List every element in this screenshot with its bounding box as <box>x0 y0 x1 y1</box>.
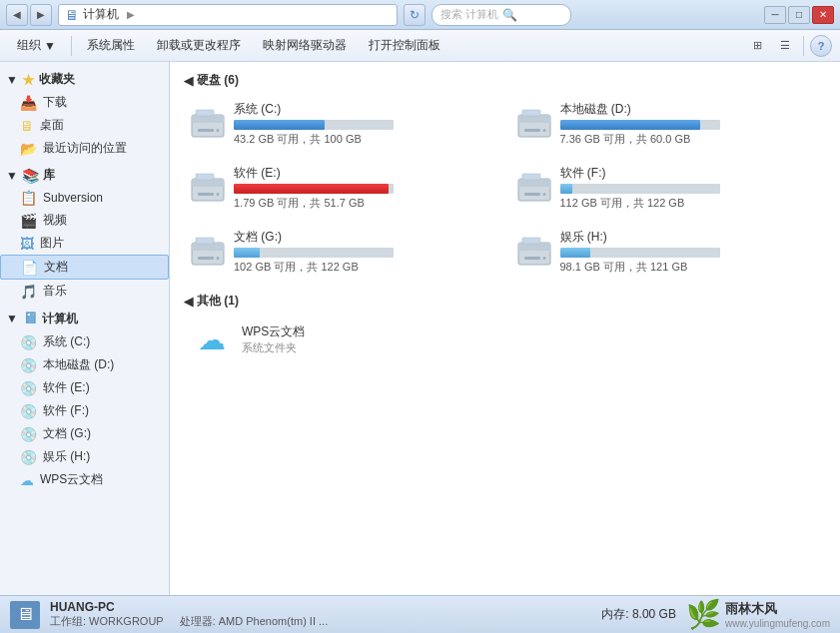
refresh-button[interactable]: ↻ <box>404 4 425 26</box>
wps-cloud-item[interactable]: ☁ WPS云文档 系统文件夹 <box>184 317 826 361</box>
brand-info: 雨林木风 www.yulingmufeng.com <box>725 600 830 629</box>
drive-item-0[interactable]: 系统 (C:) 43.2 GB 可用，共 100 GB <box>184 97 500 151</box>
wps-info: WPS云文档 系统文件夹 <box>242 323 305 355</box>
drive-name-3: 软件 (F:) <box>560 165 821 182</box>
open-control-button[interactable]: 打开控制面板 <box>360 34 449 58</box>
wps-name: WPS云文档 <box>242 323 305 340</box>
drive-e-label: 软件 (E:) <box>43 379 90 396</box>
drive-icon-wrap-4 <box>190 234 226 270</box>
drive-svg-2 <box>190 173 226 203</box>
toolbar-separator-1 <box>71 36 72 56</box>
drive-icon-wrap-5 <box>516 234 552 270</box>
drive-f-icon: 💿 <box>20 403 37 419</box>
sidebar-item-subversion[interactable]: 📋 Subversion <box>0 187 169 209</box>
drive-bar-fill-2 <box>234 184 389 194</box>
search-icon[interactable]: 🔍 <box>502 8 517 22</box>
sidebar-item-recent[interactable]: 📂 最近访问的位置 <box>0 137 169 160</box>
map-drive-label: 映射网络驱动器 <box>263 37 347 54</box>
drive-bar-fill-0 <box>234 120 325 130</box>
sidebar-item-f[interactable]: 💿 软件 (F:) <box>0 399 169 422</box>
brand-url: www.yulingmufeng.com <box>725 618 830 629</box>
sidebar-item-h[interactable]: 💿 娱乐 (H:) <box>0 445 169 468</box>
address-bar[interactable]: 🖥 计算机 ▶ <box>58 4 398 26</box>
svg-rect-7 <box>524 129 540 132</box>
drive-bar-fill-5 <box>560 248 590 258</box>
picture-icon: 🖼 <box>20 236 34 252</box>
sidebar-item-video[interactable]: 🎬 视频 <box>0 209 169 232</box>
computer-header[interactable]: ▼ 🖥 计算机 <box>0 307 169 330</box>
other-section: ◀ 其他 (1) ☁ WPS云文档 系统文件夹 <box>184 293 826 361</box>
drive-d-label: 本地磁盘 (D:) <box>43 356 114 373</box>
drive-size-5: 98.1 GB 可用，共 121 GB <box>560 260 821 275</box>
organize-button[interactable]: 组织 ▼ <box>8 34 65 58</box>
computer-section: ▼ 🖥 计算机 💿 系统 (C:) 💿 本地磁盘 (D:) 💿 软件 (E:) … <box>0 307 169 491</box>
drive-info-3: 软件 (F:) 112 GB 可用，共 122 GB <box>560 165 821 211</box>
svg-rect-9 <box>522 110 540 116</box>
drive-c-label: 系统 (C:) <box>43 333 90 350</box>
sidebar-item-download[interactable]: 📥 下载 <box>0 91 169 114</box>
status-right: 🌿 雨林木风 www.yulingmufeng.com <box>686 598 830 631</box>
drive-size-1: 7.36 GB 可用，共 60.0 GB <box>560 132 821 147</box>
system-props-button[interactable]: 系统属性 <box>78 34 144 58</box>
svg-rect-24 <box>196 238 214 244</box>
brand-leaf-icon: 🌿 <box>686 598 721 631</box>
drive-item-1[interactable]: 本地磁盘 (D:) 7.36 GB 可用，共 60.0 GB <box>510 97 827 151</box>
drive-item-3[interactable]: 软件 (F:) 112 GB 可用，共 122 GB <box>510 161 827 215</box>
sidebar-item-picture[interactable]: 🖼 图片 <box>0 232 169 255</box>
wps-cloud-large-icon: ☁ <box>192 323 232 355</box>
drive-name-0: 系统 (C:) <box>234 101 494 118</box>
drive-icon-wrap-3 <box>516 170 552 206</box>
sidebar-item-desktop[interactable]: 🖥 桌面 <box>0 114 169 137</box>
view-options-button[interactable]: ⊞ <box>745 34 769 58</box>
svg-rect-19 <box>522 174 540 180</box>
drive-item-4[interactable]: 文档 (G:) 102 GB 可用，共 122 GB <box>184 225 500 279</box>
library-section: ▼ 📚 库 📋 Subversion 🎬 视频 🖼 图片 📄 文档 🎵 <box>0 164 169 303</box>
sidebar-item-g[interactable]: 💿 文档 (G:) <box>0 422 169 445</box>
workgroup-label: 工作组: WORKGROUP <box>50 614 164 629</box>
sidebar-item-d[interactable]: 💿 本地磁盘 (D:) <box>0 353 169 376</box>
drive-item-5[interactable]: 娱乐 (H:) 98.1 GB 可用，共 121 GB <box>510 225 827 279</box>
maximize-button[interactable]: □ <box>788 6 810 24</box>
library-label: 库 <box>43 167 55 184</box>
drive-f-label: 软件 (F:) <box>43 402 89 419</box>
toolbar-right: ⊞ ☰ ? <box>745 34 832 58</box>
svg-rect-12 <box>198 193 214 196</box>
sidebar-item-wps[interactable]: ☁ WPS云文档 <box>0 468 169 491</box>
drive-bar-bg-4 <box>234 248 394 258</box>
drive-bar-bg-1 <box>560 120 720 130</box>
uninstall-button[interactable]: 卸载或更改程序 <box>148 34 250 58</box>
close-button[interactable]: ✕ <box>812 6 834 24</box>
svg-point-13 <box>217 193 220 196</box>
library-header[interactable]: ▼ 📚 库 <box>0 164 169 187</box>
sidebar-item-c[interactable]: 💿 系统 (C:) <box>0 330 169 353</box>
sidebar-item-e[interactable]: 💿 软件 (E:) <box>0 376 169 399</box>
map-drive-button[interactable]: 映射网络驱动器 <box>254 34 356 58</box>
open-control-label: 打开控制面板 <box>369 37 440 54</box>
drive-name-4: 文档 (G:) <box>234 229 494 246</box>
computer-label: 计算机 <box>42 311 78 327</box>
search-bar[interactable]: 搜索 计算机 🔍 <box>431 4 571 26</box>
svg-point-28 <box>542 257 545 260</box>
window-controls: ─ □ ✕ <box>764 6 834 24</box>
favorites-arrow: ▼ <box>6 73 18 87</box>
drive-item-2[interactable]: 软件 (E:) 1.79 GB 可用，共 51.7 GB <box>184 161 500 215</box>
pc-name: HUANG-PC <box>50 600 571 614</box>
drive-svg-3 <box>516 173 552 203</box>
sidebar-item-doc[interactable]: 📄 文档 <box>0 255 169 280</box>
organize-label: 组织 <box>17 37 41 54</box>
drive-c-icon: 💿 <box>20 334 37 350</box>
hard-disk-arrow: ◀ <box>184 74 193 88</box>
drive-bar-bg-2 <box>234 184 394 194</box>
forward-button[interactable]: ▶ <box>30 4 52 26</box>
search-placeholder: 搜索 计算机 <box>440 7 498 22</box>
sidebar-item-music[interactable]: 🎵 音乐 <box>0 280 169 303</box>
favorites-header[interactable]: ▼ ★ 收藏夹 <box>0 68 169 91</box>
svg-rect-27 <box>524 257 540 260</box>
view-list-button[interactable]: ☰ <box>773 34 797 58</box>
drive-info-5: 娱乐 (H:) 98.1 GB 可用，共 121 GB <box>560 229 821 275</box>
minimize-button[interactable]: ─ <box>764 6 786 24</box>
video-icon: 🎬 <box>20 213 37 229</box>
help-button[interactable]: ? <box>810 35 832 57</box>
back-button[interactable]: ◀ <box>6 4 28 26</box>
svg-rect-29 <box>522 238 540 244</box>
